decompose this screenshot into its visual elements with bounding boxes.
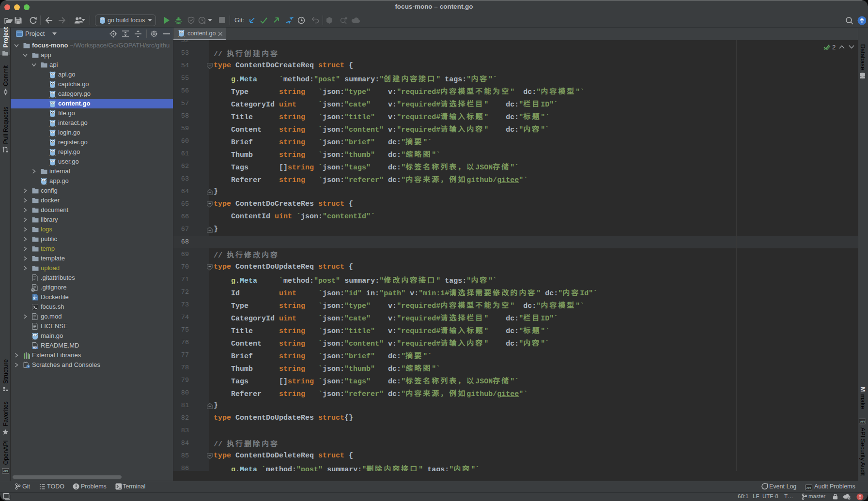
svg-text:API: API	[3, 470, 8, 472]
svg-text:API: API	[860, 420, 865, 423]
svg-text:MD: MD	[33, 347, 37, 349]
svg-text:D: D	[33, 298, 35, 301]
svg-text:API: API	[806, 486, 811, 489]
